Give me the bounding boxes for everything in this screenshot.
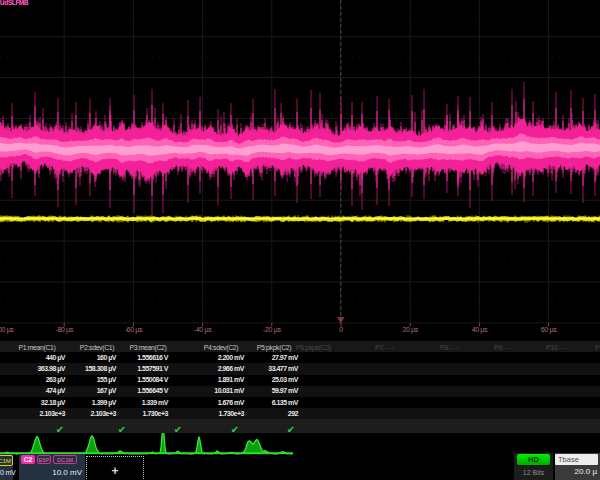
svg-text:40 µs: 40 µs (472, 326, 488, 334)
svg-text:20 µs: 20 µs (402, 326, 418, 334)
svg-text:0: 0 (339, 326, 343, 333)
svg-text:-40 µs: -40 µs (194, 326, 212, 334)
svg-text:-80 µs: -80 µs (55, 326, 73, 334)
svg-text:00 µs: 00 µs (0, 326, 14, 334)
svg-text:60 µs: 60 µs (541, 326, 557, 334)
svg-text:-60 µs: -60 µs (125, 326, 143, 334)
svg-text:-20 µs: -20 µs (263, 326, 281, 334)
